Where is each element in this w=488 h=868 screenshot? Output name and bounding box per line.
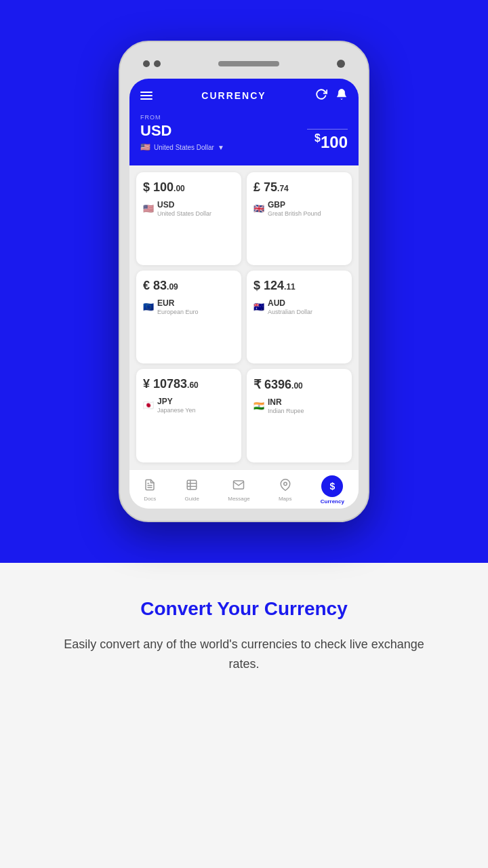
card-currency-info: AUD Australian Dollar: [268, 298, 312, 315]
card-currency-name: Japanese Yen: [157, 407, 196, 414]
hamburger-line-3: [140, 98, 152, 100]
card-amount: $ 124.11: [253, 279, 345, 293]
card-flag: 🇯🇵: [143, 400, 154, 410]
card-decimal: .00: [174, 184, 185, 193]
card-symbol: ₹ 6396: [253, 378, 291, 391]
front-camera: [337, 60, 345, 68]
header-icons: [315, 88, 348, 103]
nav-item-docs[interactable]: Docs: [144, 479, 156, 502]
nav-item-message[interactable]: Message: [228, 479, 249, 502]
amount-value: $100: [314, 133, 348, 151]
card-decimal: .11: [284, 282, 296, 292]
info-title: Convert Your Currency: [27, 597, 461, 621]
card-currency-name: United States Dollar: [157, 210, 211, 217]
phone-speaker: [218, 61, 279, 66]
card-currency-code: JPY: [157, 397, 196, 406]
card-flag: 🇮🇳: [253, 401, 264, 411]
card-currency-row: 🇦🇺 AUD Australian Dollar: [253, 298, 345, 315]
hamburger-line-1: [140, 92, 152, 93]
nav-item-maps[interactable]: Maps: [279, 479, 292, 502]
nav-label-message: Message: [228, 496, 249, 502]
card-flag: 🇺🇸: [143, 203, 154, 214]
card-symbol: ¥ 10783: [143, 377, 187, 391]
card-currency-code: EUR: [157, 298, 199, 308]
currency-card-gbp[interactable]: £ 75.74 🇬🇧 GBP Great British Pound: [247, 172, 352, 265]
nav-label: Currency: [321, 498, 344, 505]
from-currency-name: United States Dollar: [154, 144, 214, 151]
bottom-nav: Docs Guide Message Maps $ Currency: [129, 469, 359, 509]
card-decimal: .60: [187, 380, 199, 390]
currency-dollar-sign: $: [329, 481, 335, 492]
phone-mockup: CURRENCY: [119, 41, 369, 522]
card-currency-code: GBP: [268, 200, 321, 210]
card-amount: $ 100.00: [143, 180, 235, 195]
card-currency-name: Great British Pound: [268, 210, 321, 217]
card-symbol: € 83: [143, 279, 167, 292]
nav-item-currency[interactable]: $ Currency: [321, 475, 344, 505]
amount-number: 100: [321, 133, 348, 151]
app-header: CURRENCY: [129, 79, 359, 165]
card-amount: € 83.09: [143, 279, 235, 293]
card-currency-name: European Euro: [157, 309, 199, 315]
bell-icon: [336, 88, 348, 100]
from-flag: 🇺🇸: [140, 142, 150, 152]
currency-grid: $ 100.00 🇺🇸 USD United States Dollar £ 7…: [129, 165, 359, 469]
card-flag: 🇦🇺: [253, 302, 264, 312]
refresh-icon: [315, 88, 327, 100]
card-symbol: $ 124: [253, 279, 284, 292]
card-amount: £ 75.74: [253, 180, 345, 195]
docs-icon: [144, 479, 156, 491]
card-symbol: £ 75: [253, 180, 277, 194]
card-symbol: $ 100: [143, 180, 174, 194]
nav-item-guide[interactable]: Guide: [185, 479, 199, 502]
card-currency-row: 🇬🇧 GBP Great British Pound: [253, 200, 345, 217]
currency-card-eur[interactable]: € 83.09 🇪🇺 EUR European Euro: [136, 271, 241, 363]
phone-cameras: [143, 60, 161, 67]
currency-card-usd[interactable]: $ 100.00 🇺🇸 USD United States Dollar: [136, 172, 241, 265]
svg-point-6: [283, 482, 287, 486]
from-label: FROM: [140, 114, 224, 121]
info-section: Convert Your Currency Easily convert any…: [0, 563, 488, 868]
nav-label-docs: Docs: [144, 496, 156, 502]
nav-label-guide: Guide: [185, 496, 199, 502]
amount-display: $100: [307, 129, 348, 152]
maps-icon: [279, 479, 291, 491]
currency-card-aud[interactable]: $ 124.11 🇦🇺 AUD Australian Dollar: [247, 271, 352, 363]
currency-card-jpy[interactable]: ¥ 10783.60 🇯🇵 JPY Japanese Yen: [136, 369, 241, 462]
card-decimal: .09: [167, 282, 178, 292]
header-top-row: CURRENCY: [140, 88, 348, 103]
card-flag: 🇪🇺: [143, 302, 154, 312]
card-currency-code: USD: [157, 200, 211, 210]
from-currency-code: USD: [140, 122, 224, 140]
card-currency-row: 🇮🇳 INR Indian Rupee: [253, 397, 345, 414]
svg-rect-2: [188, 480, 197, 490]
card-currency-code: INR: [268, 397, 304, 407]
nav-icon-maps: [279, 479, 291, 494]
card-flag: 🇬🇧: [253, 203, 264, 214]
currency-flag-row[interactable]: 🇺🇸 United States Dollar ▼: [140, 142, 224, 152]
card-currency-info: EUR European Euro: [157, 298, 199, 315]
menu-button[interactable]: [140, 92, 152, 100]
nav-label-maps: Maps: [279, 496, 292, 502]
card-currency-row: 🇪🇺 EUR European Euro: [143, 298, 235, 315]
camera-dot-2: [154, 60, 161, 67]
card-currency-row: 🇺🇸 USD United States Dollar: [143, 200, 235, 217]
card-currency-code: AUD: [268, 298, 312, 308]
hero-section: CURRENCY: [0, 0, 488, 563]
nav-icon-guide: [186, 479, 198, 494]
amount-divider: [307, 129, 348, 130]
nav-icon-currency: $: [321, 475, 343, 497]
refresh-button[interactable]: [315, 88, 327, 103]
card-currency-info: INR Indian Rupee: [268, 397, 304, 414]
currency-card-inr[interactable]: ₹ 6396.00 🇮🇳 INR Indian Rupee: [247, 369, 352, 462]
camera-dot-1: [143, 60, 150, 67]
card-currency-row: 🇯🇵 JPY Japanese Yen: [143, 397, 235, 414]
card-currency-name: Australian Dollar: [268, 309, 312, 315]
app-title: CURRENCY: [201, 90, 266, 101]
card-decimal: .74: [277, 184, 289, 193]
bell-button[interactable]: [336, 88, 348, 103]
info-description: Easily convert any of the world's curren…: [54, 635, 434, 674]
phone-bezel: [129, 54, 359, 73]
card-decimal: .00: [291, 381, 303, 391]
guide-icon: [186, 479, 198, 491]
